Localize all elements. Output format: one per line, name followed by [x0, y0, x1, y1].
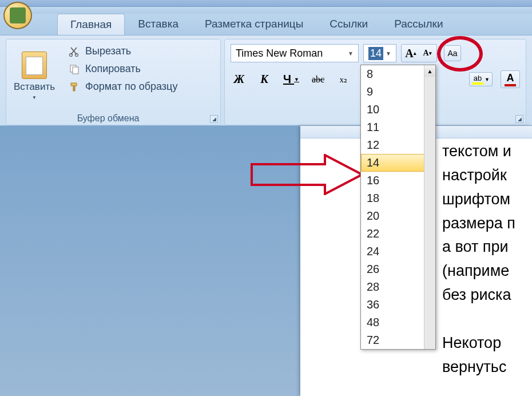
ribbon-tabs: Главная Вставка Разметка страницы Ссылки…: [0, 14, 532, 35]
bold-button[interactable]: Ж: [231, 72, 248, 88]
shrink-font-button[interactable]: A▾: [419, 46, 435, 61]
chevron-down-icon: ▼: [383, 50, 394, 57]
font-color-icon: A: [507, 72, 514, 84]
paste-split-arrow[interactable]: ▼: [32, 95, 37, 100]
font-size-buttons: A▴ A▾: [401, 44, 437, 62]
cut-label: Вырезать: [85, 45, 131, 57]
font-color-button[interactable]: A: [501, 70, 520, 88]
eraser-icon: Aa: [447, 49, 457, 58]
clear-formatting-button[interactable]: Aa: [444, 45, 461, 61]
grow-font-button[interactable]: A▴: [403, 46, 419, 61]
tab-insert[interactable]: Вставка: [125, 13, 192, 35]
strikethrough-button[interactable]: abc: [309, 72, 327, 88]
clipboard-group: Вставить ▼ Вырезать Копировать: [6, 39, 221, 125]
chevron-down-icon: ▼: [346, 50, 356, 57]
format-painter-button[interactable]: Формат по образцу: [65, 78, 218, 95]
scissors-icon: [68, 46, 81, 57]
highlighter-icon: ab: [472, 74, 483, 85]
document-area: текстом и настройк шрифтом размера п а в…: [0, 126, 532, 396]
dropdown-scrollbar[interactable]: ▲: [424, 65, 435, 349]
paste-label: Вставить: [14, 81, 55, 93]
font-name-value: Times New Roman: [236, 47, 323, 60]
highlight-color-button[interactable]: ab ▼: [469, 72, 493, 86]
italic-button[interactable]: К: [256, 72, 273, 88]
underline-button[interactable]: Ч ▼: [281, 72, 301, 88]
copy-icon: [68, 64, 81, 75]
office-logo-icon: [10, 7, 26, 23]
svg-rect-3: [73, 67, 78, 74]
title-bar: [0, 0, 532, 7]
scroll-up-arrow[interactable]: ▲: [424, 65, 435, 77]
font-size-dropdown: 8 9 10 11 12 14 16 18 20 22 24 26 28 36 …: [360, 65, 436, 350]
tab-page-layout[interactable]: Разметка страницы: [192, 13, 316, 35]
clipboard-dialog-launcher[interactable]: ◢: [210, 115, 218, 123]
subscript-button[interactable]: x₂: [335, 72, 352, 88]
font-dialog-launcher[interactable]: ◢: [515, 115, 523, 123]
clipboard-group-label: Буфер обмена: [6, 113, 210, 124]
paste-icon: [22, 52, 47, 79]
font-name-combo[interactable]: Times New Roman ▼: [231, 44, 359, 62]
office-button[interactable]: [3, 2, 32, 29]
font-size-value: 14: [368, 47, 383, 60]
tab-home[interactable]: Главная: [57, 14, 125, 35]
paintbrush-icon: [68, 81, 81, 93]
tab-references[interactable]: Ссылки: [316, 13, 381, 35]
document-text[interactable]: текстом и настройк шрифтом размера п а в…: [442, 140, 515, 379]
copy-label: Копировать: [85, 63, 141, 75]
format-painter-label: Формат по образцу: [85, 81, 177, 93]
cut-button[interactable]: Вырезать: [65, 43, 218, 60]
font-size-combo[interactable]: 14 ▼: [363, 44, 396, 62]
ribbon: Вставить ▼ Вырезать Копировать: [0, 35, 532, 126]
copy-button[interactable]: Копировать: [65, 61, 218, 77]
paste-button[interactable]: Вставить ▼: [9, 42, 60, 110]
tab-mailings[interactable]: Рассылки: [381, 13, 456, 35]
